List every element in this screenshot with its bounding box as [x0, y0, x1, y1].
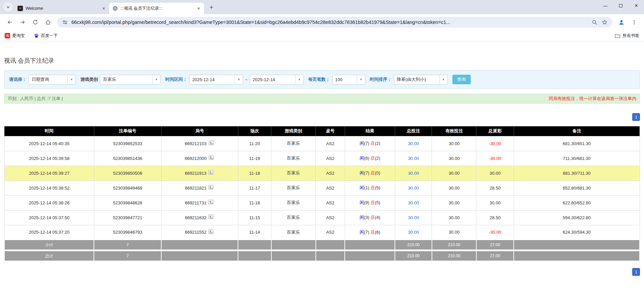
cell-game-type: 百家乐: [271, 151, 316, 166]
cell-round: 669211552: [161, 225, 238, 240]
bookmark-star-icon[interactable]: [601, 19, 608, 26]
cell-session: 11-18: [238, 166, 271, 180]
back-button-icon[interactable]: [4, 16, 15, 28]
bookmark-taobao[interactable]: 淘 爱淘宝: [5, 33, 25, 39]
cell-result: 闲(3) 庄(4): [345, 210, 395, 225]
cell-time: 2025-12-14 05:39:58: [4, 151, 94, 166]
pagination-bottom: 1: [4, 268, 640, 276]
table-row: 2025-12-14 05:37:50523039847721669211632…: [4, 210, 640, 225]
cell-time: 2025-12-14 05:37:50: [4, 210, 94, 225]
cell-total-bet[interactable]: 30.00: [395, 195, 432, 210]
tab-close-icon[interactable]: ×: [101, 6, 106, 11]
home-button-icon[interactable]: [42, 16, 54, 28]
search-button[interactable]: 查询: [452, 75, 471, 84]
player-result: 闲: [360, 230, 364, 235]
cell-time: 2025-12-14 05:38:52: [4, 180, 94, 195]
cell-game-type: 百家乐: [271, 195, 316, 210]
column-header-10: 备注: [514, 126, 640, 136]
cell-payout: 28.50: [476, 180, 514, 195]
cell-time: 2025-12-14 05:37:20: [4, 225, 94, 240]
browser-window: ✦ Welcome × :::视讯 会员下注纪录::: × + — ×: [0, 0, 644, 41]
tab-close-icon[interactable]: ×: [196, 6, 201, 11]
maximize-button[interactable]: [613, 0, 629, 11]
all-bookmarks[interactable]: 所有书签: [615, 33, 639, 39]
cell-total-bet[interactable]: 30.00: [395, 210, 432, 225]
cell-total-bet[interactable]: 30.00: [395, 151, 432, 166]
reload-button-icon[interactable]: [30, 16, 41, 28]
total-row-cell-7: 210.00: [395, 251, 432, 261]
page-1-button[interactable]: 1: [632, 268, 640, 276]
table-row: 2025-12-14 05:39:58523039851436669212000…: [4, 151, 640, 166]
date-from-value: 2025-12-14: [190, 77, 235, 82]
round-video-icon[interactable]: [208, 170, 214, 176]
taobao-icon: 淘: [5, 33, 10, 38]
round-video-icon[interactable]: [208, 199, 214, 206]
tab-title: :::视讯 会员下注纪录:::: [121, 6, 196, 11]
cell-remark: 681.30/651.30: [514, 136, 640, 151]
table-row: 2025-12-14 05:38:26523039848628669211731…: [4, 195, 640, 210]
cell-total-bet[interactable]: 30.00: [395, 136, 432, 151]
close-window-button[interactable]: ×: [629, 0, 644, 11]
cell-total-bet[interactable]: 30.00: [395, 180, 432, 195]
cell-payout: -30.00: [476, 136, 514, 151]
new-tab-button[interactable]: +: [207, 3, 216, 12]
column-header-2: 局号: [161, 126, 238, 136]
profile-avatar-icon[interactable]: [616, 16, 627, 28]
date-from-select[interactable]: 2025-12-14 ▼: [189, 75, 243, 85]
round-video-icon[interactable]: [208, 155, 215, 162]
cell-total-bet[interactable]: 30.00: [395, 166, 432, 180]
total-row-cell-2: [161, 251, 238, 261]
game-type-select[interactable]: 百家乐 ▼: [100, 75, 161, 85]
page-1-button[interactable]: 1: [632, 113, 640, 121]
url-bar[interactable]: 66cxkj98.com/ipl/portal.php/game/betreco…: [57, 17, 612, 28]
query-type-select[interactable]: 日期查询 ▼: [29, 75, 76, 85]
cell-round: 669211731: [161, 195, 238, 210]
cell-valid-bet: 30.00: [432, 210, 476, 225]
table-row: 2025-12-14 05:39:27523039850506669211913…: [4, 166, 640, 180]
menu-kebab-icon[interactable]: [629, 16, 640, 28]
total-row-cell-6: [345, 251, 395, 261]
cell-payout: 30.00: [476, 195, 514, 210]
cell-result: 闲(7) 庄(2): [345, 136, 395, 151]
round-video-icon[interactable]: [208, 214, 214, 221]
subtotal-row: 小计7210.00210.0027.00: [4, 240, 640, 250]
bookmark-label: 爱淘宝: [12, 33, 25, 39]
table-row: 2025-12-14 05:40:35523039852533669212103…: [4, 136, 640, 151]
cell-payout: -30.00: [476, 151, 514, 166]
subtotal-row-cell-10: [514, 240, 640, 250]
all-bookmarks-label: 所有书签: [622, 33, 639, 39]
cell-result: 闲(7) 庄(0): [345, 166, 395, 180]
table-row: 2025-12-14 05:37:20523039846793669211552…: [4, 225, 640, 240]
tab-title: Welcome: [26, 6, 101, 11]
round-number: 669212103: [185, 141, 207, 146]
baidu-paw-icon: [34, 33, 39, 38]
site-settings-tune-icon[interactable]: [61, 19, 69, 26]
chevron-down-icon: ▼: [235, 75, 243, 84]
cell-payout: -30.00: [476, 225, 514, 240]
minimize-button[interactable]: —: [598, 0, 613, 11]
cell-result: 闲(7) 庄(6): [345, 225, 395, 240]
sort-order-select[interactable]: 降幂(由大到小) ▼: [394, 75, 448, 85]
date-to-select[interactable]: 2025-12-14 ▼: [250, 75, 304, 85]
page-size-select[interactable]: 100 ▼: [332, 75, 365, 85]
round-video-icon[interactable]: [208, 140, 215, 147]
cell-session: 11-15: [238, 210, 271, 225]
tab-betrecord[interactable]: :::视讯 会员下注纪录::: ×: [109, 3, 204, 14]
total-row-cell-4: [271, 251, 316, 261]
tab-search-chevron-icon[interactable]: [3, 2, 13, 12]
round-video-icon[interactable]: [208, 185, 214, 191]
tab-welcome[interactable]: ✦ Welcome ×: [14, 3, 109, 14]
page-title: 视讯 会员下注纪录: [4, 57, 640, 65]
banker-result: 庄: [371, 200, 375, 205]
url-text[interactable]: 66cxkj98.com/ipl/portal.php/game/betreco…: [71, 20, 588, 25]
forward-button-icon[interactable]: [17, 16, 28, 28]
welcome-favicon-icon: ✦: [18, 6, 23, 11]
bookmark-baidu[interactable]: 百度一下: [34, 33, 58, 39]
round-video-icon[interactable]: [208, 229, 214, 236]
zoom-indicator-icon[interactable]: [591, 19, 598, 26]
banker-result: 庄: [371, 215, 375, 220]
cell-total-bet[interactable]: 30.00: [395, 225, 432, 240]
page-size-label: 每页笔数：: [308, 76, 330, 82]
cell-game-type: 百家乐: [271, 180, 316, 195]
cell-session: 11-20: [238, 136, 271, 151]
